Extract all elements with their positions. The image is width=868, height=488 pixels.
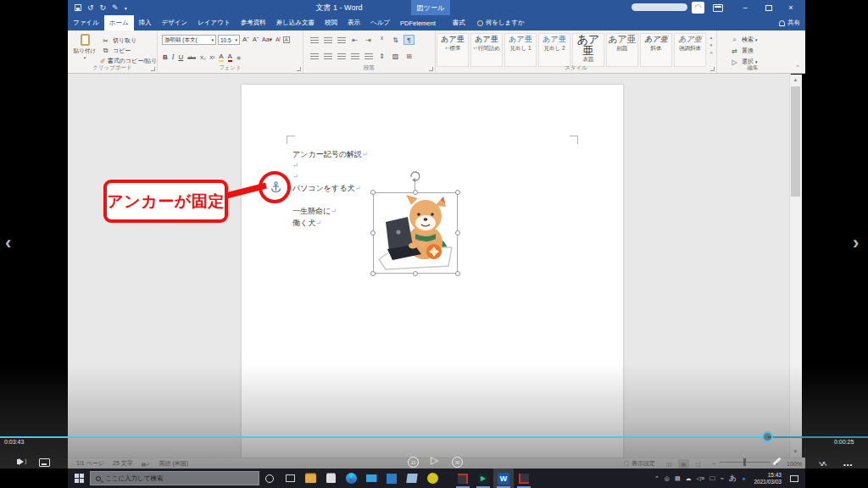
- font-dialog-launcher[interactable]: [297, 67, 301, 71]
- selection-handle[interactable]: [370, 190, 376, 195]
- tray-device-icon[interactable]: ▤: [675, 475, 681, 482]
- onenote-icon[interactable]: [402, 469, 422, 488]
- selection-handle[interactable]: [413, 190, 418, 195]
- forward-30-button[interactable]: 30: [452, 457, 463, 468]
- yellow-app-icon[interactable]: [422, 469, 442, 488]
- word-count[interactable]: 25 文字: [113, 459, 133, 468]
- selection-handle[interactable]: [455, 271, 460, 276]
- anchor-icon[interactable]: [270, 181, 281, 193]
- style-subtitle[interactable]: あア亜 副題: [606, 33, 638, 67]
- edge-icon[interactable]: [341, 469, 361, 488]
- volume-button[interactable]: ⟩: [17, 458, 27, 465]
- style-italic[interactable]: あア亜 斜体: [640, 33, 672, 67]
- tab-help[interactable]: ヘルプ: [365, 15, 395, 30]
- underline-button[interactable]: U: [178, 53, 183, 61]
- find-button[interactable]: ⌕ 検索▾: [729, 35, 758, 45]
- doc-empty-line[interactable]: ↵: [292, 161, 298, 169]
- web-layout-button[interactable]: ▢: [693, 459, 704, 469]
- tray-app-dot[interactable]: ●: [742, 475, 745, 481]
- rotate-handle-icon[interactable]: [409, 170, 422, 182]
- selection-handle[interactable]: [370, 230, 376, 236]
- font-color-button[interactable]: A: [228, 53, 232, 62]
- task-view-icon[interactable]: [280, 469, 300, 488]
- borders-icon[interactable]: ⊞: [403, 51, 415, 61]
- doc-dog-line[interactable]: パソコンをする犬↵: [292, 183, 360, 194]
- more-options-icon[interactable]: •••: [843, 461, 853, 469]
- increase-indent-icon[interactable]: ⇥: [363, 35, 374, 45]
- numbering-icon[interactable]: [322, 35, 333, 45]
- tell-me-box[interactable]: 何をしますか: [470, 15, 531, 30]
- collapse-ribbon-icon[interactable]: ⌃: [795, 64, 800, 71]
- style-heading2[interactable]: あア亜 見出し 2: [538, 33, 570, 67]
- style-title[interactable]: あア亜 表題: [572, 33, 604, 67]
- paragraph-dialog-launcher[interactable]: [429, 67, 433, 71]
- tab-references[interactable]: 参考資料: [236, 15, 271, 30]
- shading-icon[interactable]: ▨: [390, 51, 401, 61]
- char-shading-icon[interactable]: ◉: [236, 54, 241, 60]
- scroll-up-icon[interactable]: ▲: [792, 77, 799, 82]
- app-icon-dark[interactable]: [453, 469, 473, 488]
- share-button[interactable]: 共有: [779, 15, 800, 30]
- style-normal[interactable]: あア亜 ↵標準: [437, 33, 469, 67]
- network-icon[interactable]: 🖵: [709, 475, 715, 482]
- superscript-button[interactable]: X²: [209, 55, 214, 60]
- store-icon[interactable]: [320, 469, 341, 488]
- mail-icon[interactable]: [361, 469, 381, 488]
- prev-arrow[interactable]: ‹: [5, 232, 11, 254]
- close-button[interactable]: ×: [782, 0, 800, 15]
- selection-handle[interactable]: [455, 230, 460, 236]
- cortana-icon[interactable]: [259, 469, 280, 488]
- style-emphasis-italic[interactable]: あア亜 強調斜体: [674, 33, 706, 67]
- tab-file[interactable]: ファイル: [68, 15, 104, 30]
- distribute-icon[interactable]: [363, 51, 374, 61]
- bullets-icon[interactable]: [309, 35, 320, 45]
- selection-handle[interactable]: [413, 271, 418, 276]
- asian-layout-icon[interactable]: ᕽ: [376, 35, 387, 45]
- show-hidden-icons[interactable]: ⌃: [654, 475, 659, 482]
- style-no-spacing[interactable]: あア亜 ↵行間詰め: [470, 33, 503, 67]
- show-formatting-marks-button[interactable]: ¶: [403, 35, 415, 45]
- scroll-down-icon[interactable]: ▼: [792, 449, 799, 454]
- line-spacing-icon[interactable]: ⇕: [376, 51, 387, 61]
- tab-mailings[interactable]: 差し込み文書: [271, 15, 320, 30]
- ime-mode[interactable]: あ: [729, 473, 737, 484]
- bold-button[interactable]: B: [163, 53, 168, 61]
- redo-icon[interactable]: ↻: [100, 3, 107, 12]
- action-center-icon[interactable]: [790, 475, 798, 482]
- page-count[interactable]: 1/1 ページ: [76, 459, 104, 468]
- minimize-button[interactable]: –: [736, 0, 754, 15]
- subtitles-button[interactable]: [39, 458, 50, 467]
- italic-button[interactable]: I: [172, 53, 175, 61]
- rewind-10-button[interactable]: 10: [408, 457, 419, 468]
- next-arrow[interactable]: ›: [853, 232, 859, 254]
- sort-icon[interactable]: ⇅: [390, 35, 401, 45]
- touch-mode-icon[interactable]: ✎: [112, 3, 119, 12]
- zoom-out-button[interactable]: −: [712, 461, 715, 467]
- doc-empty-line[interactable]: ↵: [292, 172, 298, 180]
- font-size-select[interactable]: 10.5▾: [218, 35, 240, 45]
- selection-handle[interactable]: [370, 271, 376, 276]
- scrollbar-thumb[interactable]: [791, 86, 800, 197]
- char-border-button[interactable]: A: [283, 36, 290, 43]
- decrease-indent-icon[interactable]: ⇤: [349, 35, 360, 45]
- ribbon-display-options-icon[interactable]: [713, 4, 723, 12]
- progress-bar-remaining[interactable]: [768, 436, 868, 438]
- tab-insert[interactable]: 挿入: [134, 15, 157, 30]
- undo-icon[interactable]: ↺: [87, 3, 94, 12]
- play-button[interactable]: ▷: [431, 454, 438, 466]
- align-left-icon[interactable]: [309, 51, 320, 61]
- save-icon[interactable]: [75, 4, 81, 11]
- paste-button[interactable]: 貼り付け ▾: [73, 34, 97, 60]
- proofing-icon[interactable]: ▤✓: [142, 461, 151, 467]
- display-settings-icon[interactable]: 🖵: [624, 461, 629, 467]
- change-case-button[interactable]: Aa▾: [262, 36, 272, 43]
- align-center-icon[interactable]: [322, 51, 333, 61]
- tab-view[interactable]: 表示: [342, 15, 365, 30]
- replace-button[interactable]: ⇄ 置換: [729, 46, 754, 56]
- print-layout-button[interactable]: ▤: [678, 459, 689, 469]
- font-name-select[interactable]: 游明朝 (本文(▾: [162, 35, 216, 45]
- tab-home[interactable]: ホーム: [104, 15, 134, 30]
- tab-review[interactable]: 校閲: [320, 15, 342, 30]
- volume-icon[interactable]: ◁≡: [697, 475, 704, 482]
- styles-dialog-launcher[interactable]: [710, 67, 715, 71]
